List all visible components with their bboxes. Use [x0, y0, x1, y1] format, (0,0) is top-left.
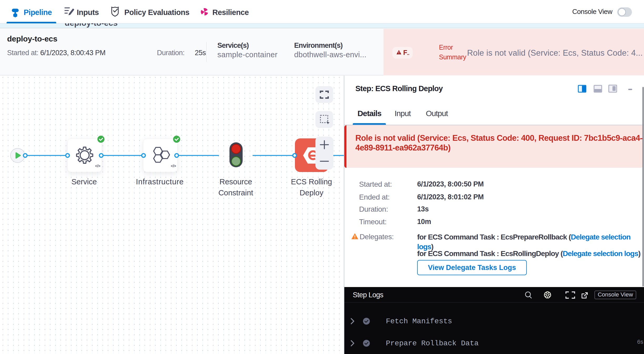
svg-text:Deploy: Deploy: [300, 189, 324, 197]
svg-text:Constraint: Constraint: [218, 189, 253, 197]
svg-text:</>: </>: [95, 164, 100, 168]
svg-text:Service: Service: [71, 178, 97, 186]
svg-text:</>: </>: [171, 164, 176, 168]
svg-text:ECS Rolling: ECS Rolling: [291, 178, 332, 186]
svg-text:Infrastructure: Infrastructure: [136, 178, 184, 186]
svg-text:Resource: Resource: [219, 178, 252, 186]
